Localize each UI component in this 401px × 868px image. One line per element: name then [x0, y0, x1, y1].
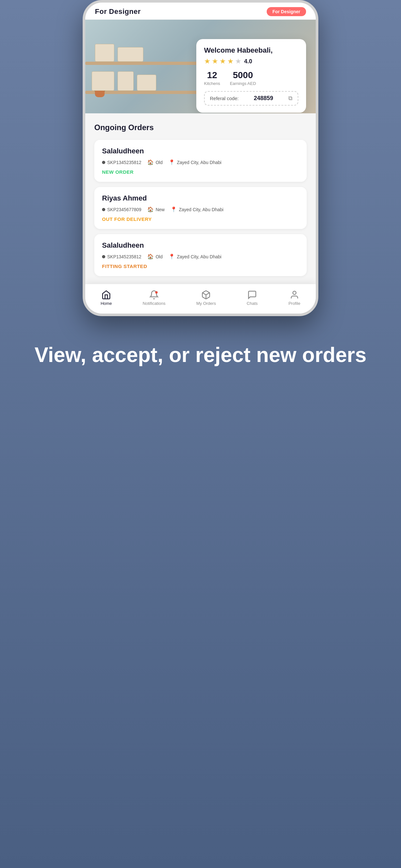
nav-chats[interactable]: Chats	[242, 289, 263, 307]
box-lower-2	[118, 71, 134, 91]
welcome-card: Welcome Habeebali, ★ ★ ★ ★ ★ 4.0 12 Kitc…	[196, 39, 306, 113]
referral-label: Referal code:	[210, 96, 239, 101]
order-2-id: SKP2345677809	[102, 207, 142, 212]
bell-nav-icon	[149, 290, 159, 300]
order-card-2[interactable]: Riyas Ahmed SKP2345677809 🏠 New 📍 Zayed …	[94, 187, 307, 229]
star-rating: ★ ★ ★ ★ ★ 4.0	[204, 57, 298, 66]
box-lower-1	[92, 71, 114, 91]
kitchens-stat: 12 Kitchens	[204, 70, 220, 86]
order-2-dot	[102, 208, 105, 211]
nav-my-orders[interactable]: My Orders	[191, 289, 221, 307]
order-2-status: OUT FOR DELIVERY	[102, 216, 299, 222]
order-1-status: NEW ORDER	[102, 169, 299, 175]
earnings-count: 5000	[230, 70, 256, 81]
main-content: Ongoing Orders Salaludheen SKP1345235812…	[85, 113, 316, 314]
bottom-nav: Home Notifications My	[85, 284, 316, 314]
order-3-status: FITTING STARTED	[102, 264, 299, 269]
top-bar: For Designer For Designer	[85, 3, 316, 20]
nav-profile[interactable]: Profile	[283, 289, 305, 307]
order-1-type-text: Old	[156, 160, 163, 165]
order-2-location-text: Zayed City, Abu Dhabi	[179, 207, 223, 212]
welcome-greeting: Welcome Habeebali,	[204, 46, 298, 55]
order-card-3[interactable]: Salaludheen SKP1345235812 🏠 Old 📍 Zayed …	[94, 234, 307, 276]
phone-frame: For Designer For Designer	[83, 0, 318, 316]
location-icon-2: 📍	[171, 206, 177, 213]
home-nav-icon	[101, 290, 111, 300]
order-2-id-text: SKP2345677809	[107, 207, 142, 212]
referral-box[interactable]: Referal code: 248859 ⧉	[204, 91, 298, 105]
order-2-type-text: New	[156, 207, 165, 212]
order-3-location-text: Zayed City, Abu Dhabi	[177, 254, 221, 259]
star-3: ★	[220, 57, 226, 66]
chat-nav-icon	[247, 290, 257, 300]
rating-value: 4.0	[244, 58, 252, 65]
tagline-text: View, accept, or reject new orders	[35, 342, 366, 368]
location-icon-1: 📍	[168, 159, 175, 165]
order-1-details: SKP1345235812 🏠 Old 📍 Zayed City, Abu Dh…	[102, 159, 299, 165]
order-2-location: 📍 Zayed City, Abu Dhabi	[171, 206, 223, 213]
order-3-dot	[102, 255, 105, 258]
order-1-type: 🏠 Old	[147, 159, 163, 165]
box-nav-icon	[201, 290, 211, 300]
order-2-type: 🏠 New	[147, 206, 165, 213]
order-3-id-text: SKP1345235812	[107, 254, 142, 259]
plant-pot	[95, 91, 104, 97]
order-3-type-text: Old	[156, 254, 163, 259]
profile-nav-icon	[289, 290, 299, 300]
nav-home[interactable]: Home	[96, 289, 117, 307]
order-3-details: SKP1345235812 🏠 Old 📍 Zayed City, Abu Dh…	[102, 253, 299, 259]
top-bar-badge: For Designer	[267, 7, 306, 16]
order-card-1[interactable]: Salaludheen SKP1345235812 🏠 Old 📍 Zayed …	[94, 140, 307, 182]
nav-chats-label: Chats	[247, 301, 258, 306]
nav-notifications[interactable]: Notifications	[137, 289, 171, 307]
phone-wrapper: For Designer For Designer	[83, 0, 318, 316]
box-lower-3	[137, 74, 156, 91]
stats-row: 12 Kitchens 5000 Earnings AED	[204, 70, 298, 86]
nav-home-label: Home	[101, 301, 112, 306]
copy-icon[interactable]: ⧉	[288, 95, 292, 102]
svg-point-0	[155, 291, 158, 294]
order-3-id: SKP1345235812	[102, 254, 142, 259]
order-1-id-text: SKP1345235812	[107, 160, 142, 165]
app-logo: For Designer	[95, 7, 141, 16]
order-3-location: 📍 Zayed City, Abu Dhabi	[168, 253, 221, 259]
kitchens-label: Kitchens	[204, 81, 220, 86]
order-2-details: SKP2345677809 🏠 New 📍 Zayed City, Abu Dh…	[102, 206, 299, 213]
earnings-label: Earnings AED	[230, 81, 256, 86]
nav-my-orders-label: My Orders	[196, 301, 216, 306]
order-1-name: Salaludheen	[102, 147, 299, 155]
star-2: ★	[212, 57, 218, 66]
star-5-empty: ★	[235, 57, 242, 66]
hero-section: Welcome Habeebali, ★ ★ ★ ★ ★ 4.0 12 Kitc…	[85, 20, 316, 113]
order-1-dot	[102, 161, 105, 164]
tagline-section: View, accept, or reject new orders	[9, 316, 392, 400]
box-upper-2	[118, 47, 143, 62]
order-2-name: Riyas Ahmed	[102, 194, 299, 203]
home-icon-2: 🏠	[147, 206, 154, 213]
earnings-stat: 5000 Earnings AED	[230, 70, 256, 86]
star-1: ★	[204, 57, 211, 66]
star-4: ★	[227, 57, 234, 66]
svg-point-2	[293, 291, 296, 294]
home-icon-1: 🏠	[147, 159, 154, 165]
nav-profile-label: Profile	[288, 301, 300, 306]
nav-notifications-label: Notifications	[143, 301, 166, 306]
order-3-type: 🏠 Old	[147, 253, 163, 259]
order-3-name: Salaludheen	[102, 241, 299, 250]
order-1-location-text: Zayed City, Abu Dhabi	[177, 160, 221, 165]
order-1-location: 📍 Zayed City, Abu Dhabi	[168, 159, 221, 165]
ongoing-orders-title: Ongoing Orders	[94, 123, 307, 132]
box-upper-1	[95, 44, 114, 62]
referral-code: 248859	[254, 95, 273, 102]
location-icon-3: 📍	[168, 253, 175, 259]
shelf-upper	[85, 62, 212, 65]
kitchens-count: 12	[204, 70, 220, 81]
home-icon-3: 🏠	[147, 253, 154, 259]
order-1-id: SKP1345235812	[102, 160, 142, 165]
